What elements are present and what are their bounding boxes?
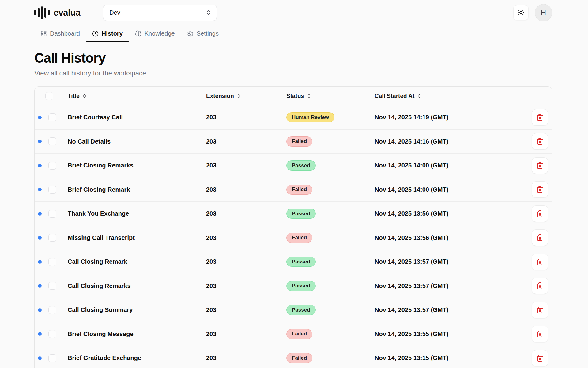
- status-badge: Passed: [286, 209, 316, 219]
- row-checkbox[interactable]: [48, 137, 56, 145]
- row-started-at: Nov 14, 2025 13:55 (GMT): [375, 331, 528, 338]
- row-checkbox[interactable]: [48, 162, 56, 170]
- workspace-selector-value: Dev: [109, 9, 120, 16]
- row-started-at: Nov 14, 2025 14:00 (GMT): [375, 162, 528, 169]
- unread-indicator: [38, 284, 42, 288]
- row-checkbox[interactable]: [48, 282, 56, 290]
- status-badge: Failed: [286, 185, 312, 195]
- trash-icon: [536, 234, 544, 241]
- tab-label: Settings: [197, 30, 219, 37]
- row-extension: 203: [206, 186, 286, 193]
- trash-icon: [536, 210, 544, 217]
- table-row: Brief Closing Remarks 203 Passed Nov 14,…: [35, 153, 552, 178]
- status-badge: Failed: [286, 136, 312, 147]
- table-row: Thank You Exchange 203 Passed Nov 14, 20…: [35, 201, 552, 226]
- table-row: Call Closing Remarks 203 Passed Nov 14, …: [35, 274, 552, 298]
- row-checkbox[interactable]: [48, 330, 56, 338]
- tab-dashboard[interactable]: Dashboard: [34, 25, 86, 42]
- user-avatar[interactable]: H: [535, 4, 552, 21]
- row-checkbox[interactable]: [48, 113, 56, 121]
- tab-knowledge[interactable]: Knowledge: [129, 25, 181, 42]
- row-title: Thank You Exchange: [68, 210, 206, 217]
- column-header-status[interactable]: Status: [286, 93, 375, 99]
- topbar-actions: H: [513, 4, 552, 21]
- trash-icon: [536, 114, 544, 121]
- row-checkbox[interactable]: [48, 354, 56, 362]
- table-row: No Call Details 203 Failed Nov 14, 2025 …: [35, 129, 552, 154]
- sort-icon: [417, 94, 422, 98]
- row-title: No Call Details: [68, 138, 206, 145]
- theme-toggle-button[interactable]: [513, 5, 529, 20]
- trash-icon: [536, 258, 544, 266]
- unread-indicator: [38, 212, 42, 216]
- trash-icon: [536, 138, 544, 145]
- table-row: Brief Courtesy Call 203 Human Review Nov…: [35, 105, 552, 129]
- delete-button[interactable]: [532, 278, 548, 294]
- select-all-checkbox[interactable]: [45, 92, 53, 100]
- row-started-at: Nov 14, 2025 13:56 (GMT): [375, 210, 528, 217]
- sort-icon: [307, 94, 311, 98]
- trash-icon: [536, 306, 544, 314]
- row-started-at: Nov 14, 2025 13:56 (GMT): [375, 234, 528, 241]
- status-badge: Passed: [286, 257, 316, 267]
- row-started-at: Nov 14, 2025 13:15 (GMT): [375, 355, 528, 362]
- brand-name: evalua: [54, 8, 80, 18]
- column-header-call-started-at[interactable]: Call Started At: [375, 93, 528, 99]
- column-header-extension[interactable]: Extension: [206, 93, 286, 99]
- row-extension: 203: [206, 331, 286, 338]
- row-checkbox[interactable]: [48, 234, 56, 242]
- status-badge: Failed: [286, 233, 312, 243]
- workspace-selector[interactable]: Dev: [103, 5, 217, 21]
- table-row: Missing Call Transcript 203 Failed Nov 1…: [35, 226, 552, 250]
- page-title: Call History: [34, 50, 552, 66]
- row-title: Call Closing Summary: [68, 306, 206, 313]
- row-checkbox[interactable]: [48, 258, 56, 266]
- status-badge: Human Review: [286, 112, 334, 122]
- unread-indicator: [38, 308, 42, 312]
- delete-button[interactable]: [532, 229, 548, 246]
- tab-history[interactable]: History: [86, 25, 129, 42]
- column-header-title[interactable]: Title: [68, 93, 206, 99]
- table-row: Brief Gratitude Exchange 203 Failed Nov …: [35, 346, 552, 368]
- clock-icon: [92, 30, 99, 37]
- trash-icon: [536, 186, 544, 193]
- trash-icon: [536, 355, 544, 362]
- audio-waveform-icon: [34, 6, 50, 19]
- row-started-at: Nov 14, 2025 13:57 (GMT): [375, 306, 528, 313]
- row-started-at: Nov 14, 2025 14:16 (GMT): [375, 138, 528, 145]
- top-bar: evalua Dev H: [0, 0, 588, 25]
- call-history-table: Title Extension Status Call Started At: [34, 86, 552, 368]
- sort-icon: [82, 94, 87, 98]
- delete-button[interactable]: [532, 157, 548, 174]
- delete-button[interactable]: [532, 302, 548, 318]
- sort-icon: [236, 94, 241, 98]
- table-row: Call Closing Summary 203 Passed Nov 14, …: [35, 298, 552, 322]
- delete-button[interactable]: [532, 326, 548, 342]
- row-extension: 203: [206, 210, 286, 217]
- row-title: Brief Closing Message: [68, 331, 206, 338]
- delete-button[interactable]: [532, 205, 548, 222]
- delete-button[interactable]: [532, 350, 548, 366]
- delete-button[interactable]: [532, 133, 548, 150]
- row-checkbox[interactable]: [48, 306, 56, 314]
- unread-indicator: [38, 332, 42, 336]
- row-checkbox[interactable]: [48, 186, 56, 194]
- unread-indicator: [38, 236, 42, 240]
- status-badge: Passed: [286, 305, 316, 315]
- tab-label: Knowledge: [145, 30, 175, 37]
- status-badge: Failed: [286, 329, 312, 339]
- unread-indicator: [38, 116, 42, 119]
- delete-button[interactable]: [532, 254, 548, 270]
- tab-settings[interactable]: Settings: [181, 25, 225, 42]
- row-checkbox[interactable]: [48, 210, 56, 218]
- delete-button[interactable]: [532, 181, 548, 198]
- row-extension: 203: [206, 138, 286, 145]
- row-extension: 203: [206, 258, 286, 265]
- row-title: Brief Closing Remarks: [68, 162, 206, 169]
- page-subtitle: View all call history for the workspace.: [34, 69, 552, 77]
- delete-button[interactable]: [532, 109, 548, 126]
- row-extension: 203: [206, 234, 286, 241]
- row-started-at: Nov 14, 2025 14:19 (GMT): [375, 114, 528, 121]
- row-title: Missing Call Transcript: [68, 234, 206, 241]
- row-started-at: Nov 14, 2025 13:57 (GMT): [375, 282, 528, 289]
